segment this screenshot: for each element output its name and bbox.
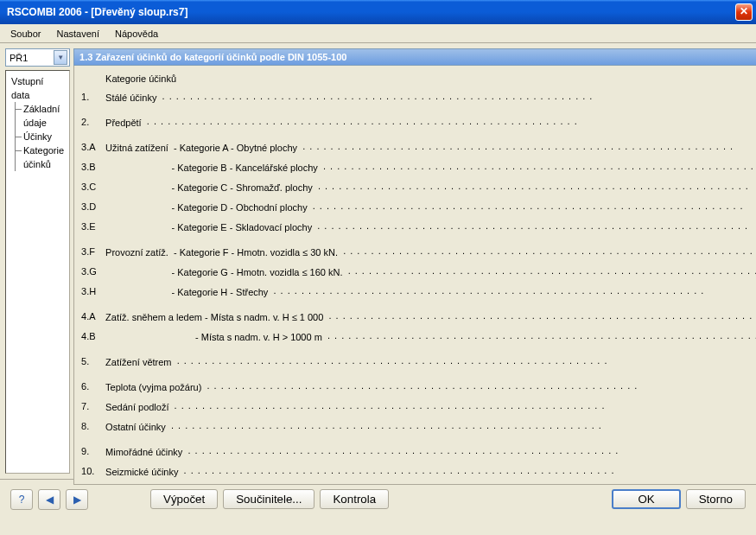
check-button[interactable]: Kontrola xyxy=(320,489,389,509)
category-row: 6.Teplota (vyjma požáru) . . . . . . . .… xyxy=(81,376,756,396)
row-number: 8. xyxy=(81,421,102,431)
tree-item[interactable]: Účinky xyxy=(23,130,64,143)
next-button[interactable]: ▶ xyxy=(66,489,88,510)
chevron-down-icon[interactable]: ▼ xyxy=(54,50,67,65)
category-row: 3.C - Kategorie C - Shromažď. plochy . .… xyxy=(81,176,756,196)
row-label: Provozní zatíž. - Kategorie F - Hmotn. v… xyxy=(105,245,756,258)
row-number: 3.D xyxy=(81,201,102,212)
help-icon: ? xyxy=(19,494,25,506)
category-row: 3.FProvozní zatíž. - Kategorie F - Hmotn… xyxy=(81,241,756,261)
category-row: 3.G - Kategorie G - Hmotn. vozidla ≤ 160… xyxy=(81,261,756,281)
row-label: - Kategorie H - Střechy . . . . . . . . … xyxy=(105,285,756,297)
case-dropdown-value: PŘ1 xyxy=(10,53,54,63)
category-row: 3.AUžitná zatížení - Kategorie A - Obytn… xyxy=(81,137,756,156)
row-number: 6. xyxy=(81,381,102,392)
row-label: - Kategorie D - Obchodní plochy . . . . … xyxy=(105,201,756,213)
case-dropdown[interactable]: PŘ1 ▼ xyxy=(5,48,70,67)
row-label: - Kategorie C - Shromažď. plochy . . . .… xyxy=(105,181,756,193)
row-number: 9. xyxy=(81,446,102,456)
row-number: 3.G xyxy=(81,266,102,277)
prev-button[interactable]: ◀ xyxy=(38,489,60,510)
row-label: Seizmické účinky . . . . . . . . . . . .… xyxy=(105,465,756,477)
category-row: 8.Ostatní účinky . . . . . . . . . . . .… xyxy=(81,416,756,436)
calculate-button[interactable]: Výpočet xyxy=(150,489,218,509)
row-label: Mimořádné účinky . . . . . . . . . . . .… xyxy=(105,445,756,457)
menu-napoveda[interactable]: Nápověda xyxy=(108,27,165,41)
row-number: 3.C xyxy=(81,182,102,192)
menu-nastaveni[interactable]: Nastavení xyxy=(49,27,106,41)
category-row: 2.Předpětí . . . . . . . . . . . . . . .… xyxy=(81,111,756,131)
row-number: 5. xyxy=(81,356,102,366)
category-row: 4.AZatíž. sněhem a ledem - Místa s nadm.… xyxy=(81,306,756,326)
row-number: 7. xyxy=(81,401,102,411)
row-label: - Kategorie E - Skladovací plochy . . . … xyxy=(105,220,756,232)
row-label: Předpětí . . . . . . . . . . . . . . . .… xyxy=(105,116,756,128)
row-number: 2. xyxy=(81,117,102,127)
window-title: RSCOMBI 2006 - [Dřevěný sloup.rs7] xyxy=(7,6,735,18)
menu-bar: Soubor Nastavení Nápověda xyxy=(0,24,756,43)
row-number: 3.H xyxy=(81,286,102,296)
category-row: 4.B - Místa s nadm. v. H > 1000 m . . . … xyxy=(81,326,756,346)
coefficients-button[interactable]: Součinitele... xyxy=(223,489,314,509)
content-panel: Kategorie účinků Účinky 1.Stálé účinky .… xyxy=(73,66,756,485)
row-label: Užitná zatížení - Kategorie A - Obytné p… xyxy=(105,141,756,153)
category-row: 3.B - Kategorie B - Kancelářské plochy .… xyxy=(81,156,756,176)
row-label: Stálé účinky . . . . . . . . . . . . . .… xyxy=(105,91,756,103)
category-row: 10.Seizmické účinky . . . . . . . . . . … xyxy=(81,461,756,481)
row-number: 4.A xyxy=(81,311,102,322)
row-label: - Kategorie B - Kancelářské plochy . . .… xyxy=(105,161,756,173)
arrow-left-icon: ◀ xyxy=(46,494,54,506)
help-button[interactable]: ? xyxy=(10,489,33,510)
row-label: Ostatní účinky . . . . . . . . . . . . .… xyxy=(105,420,756,432)
row-number: 4.B xyxy=(81,331,102,341)
row-number: 1. xyxy=(81,92,102,102)
close-icon[interactable]: ✕ xyxy=(735,3,753,21)
category-row: 3.H - Kategorie H - Střechy . . . . . . … xyxy=(81,281,756,301)
category-row: 9.Mimořádné účinky . . . . . . . . . . .… xyxy=(81,441,756,461)
row-label: - Místa s nadm. v. H > 1000 m . . . . . … xyxy=(105,330,756,342)
category-row: 5.Zatížení větrem . . . . . . . . . . . … xyxy=(81,351,756,371)
cancel-button[interactable]: Storno xyxy=(686,489,746,509)
row-label: Zatížení větrem . . . . . . . . . . . . … xyxy=(105,355,756,367)
left-column: PŘ1 ▼ Vstupní data Základní údaje Účinky… xyxy=(5,48,70,474)
menu-soubor[interactable]: Soubor xyxy=(3,27,48,41)
tree-root[interactable]: Vstupní data xyxy=(11,74,64,102)
ok-button[interactable]: OK xyxy=(612,489,680,509)
category-row: 3.E - Kategorie E - Skladovací plochy . … xyxy=(81,216,756,236)
category-row: 7.Sedání podloží . . . . . . . . . . . .… xyxy=(81,396,756,416)
arrow-right-icon: ▶ xyxy=(73,494,81,506)
row-label: - Kategorie G - Hmotn. vozidla ≤ 160 kN.… xyxy=(105,265,756,277)
panel-header: 1.3 Zařazení účinků do kategorií účinků … xyxy=(73,48,756,66)
title-bar: RSCOMBI 2006 - [Dřevěný sloup.rs7] ✕ xyxy=(0,0,756,24)
center-column: 1.3 Zařazení účinků do kategorií účinků … xyxy=(73,48,756,474)
categories-table: Kategorie účinků Účinky 1.Stálé účinky .… xyxy=(81,71,756,481)
row-number: 3.A xyxy=(81,142,102,152)
category-row: 3.D - Kategorie D - Obchodní plochy . . … xyxy=(81,196,756,216)
tree-item[interactable]: Základní údaje xyxy=(23,102,64,130)
col-left-title: Kategorie účinků xyxy=(105,73,756,84)
main-area: PŘ1 ▼ Vstupní data Základní údaje Účinky… xyxy=(0,43,756,479)
nav-tree: Vstupní data Základní údaje Účinky Kateg… xyxy=(5,70,70,474)
row-label: Teplota (vyjma požáru) . . . . . . . . .… xyxy=(105,380,756,392)
row-number: 10. xyxy=(81,466,102,476)
column-headers: Kategorie účinků Účinky xyxy=(81,71,756,86)
category-row: 1.Stálé účinky . . . . . . . . . . . . .… xyxy=(81,86,756,106)
row-label: Zatíž. sněhem a ledem - Místa s nadm. v.… xyxy=(105,310,756,322)
row-number: 3.E xyxy=(81,221,102,232)
row-number: 3.B xyxy=(81,162,102,172)
tree-item[interactable]: Kategorie účinků xyxy=(23,143,64,171)
row-label: Sedání podloží . . . . . . . . . . . . .… xyxy=(105,400,756,412)
row-number: 3.F xyxy=(81,246,102,257)
